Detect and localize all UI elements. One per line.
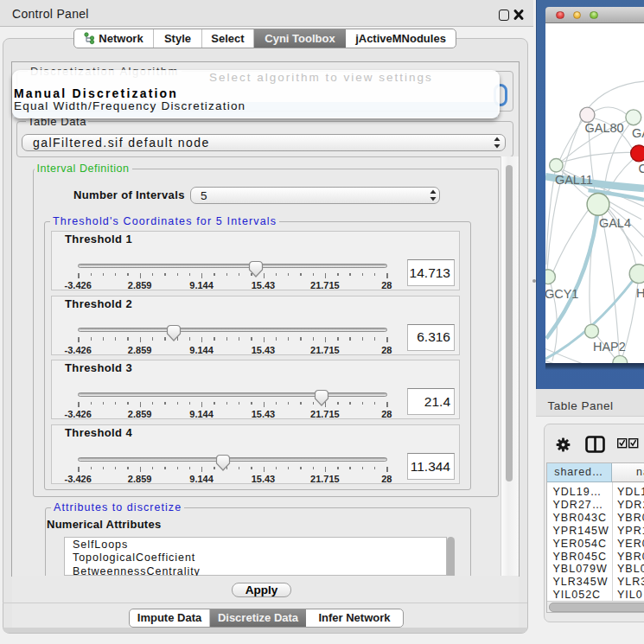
svg-text:H: H (636, 286, 644, 300)
svg-text:GAL11: GAL11 (555, 173, 593, 187)
svg-text:HAP2: HAP2 (593, 340, 626, 354)
svg-text:GAL: GAL (632, 126, 644, 140)
svg-text:GAL4: GAL4 (599, 216, 631, 230)
svg-text:CB: CB (639, 162, 644, 175)
svg-text:GAL80: GAL80 (585, 121, 624, 135)
svg-text:GCY1: GCY1 (545, 287, 578, 301)
